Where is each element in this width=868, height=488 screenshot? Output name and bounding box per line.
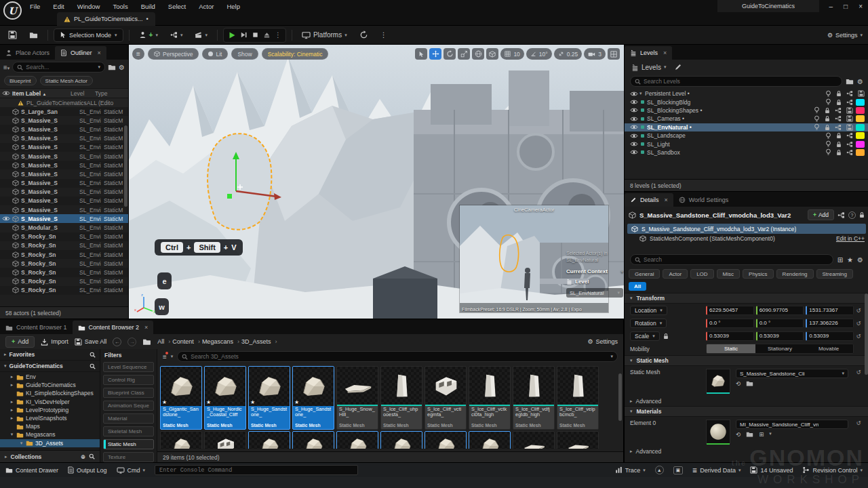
select-tool-icon[interactable] xyxy=(415,48,427,60)
column-level[interactable]: Level xyxy=(71,90,95,97)
level-color-chip[interactable] xyxy=(856,107,865,114)
filter-pill[interactable]: Static Mesh xyxy=(103,439,154,449)
category-chip[interactable]: Streaming xyxy=(816,269,853,279)
tab-levels[interactable]: Levels × xyxy=(625,46,672,60)
lighting-bulb-icon[interactable] xyxy=(814,106,820,114)
outliner-scrollbar[interactable] xyxy=(124,125,127,207)
lock-icon[interactable] xyxy=(836,141,842,148)
asset-tile[interactable] xyxy=(160,431,202,449)
folder-tree-item[interactable]: KI_SimpleBlockingShapes xyxy=(0,389,100,397)
outliner-actor-row[interactable]: S_Massive_S SL_Envi StaticM xyxy=(0,205,128,214)
level-row[interactable]: ▾ SL_Cameras • xyxy=(625,115,868,123)
minimize-button[interactable]: – xyxy=(829,3,833,10)
cinematics-dropdown[interactable]: ▾ xyxy=(191,28,212,42)
scale-dropdown[interactable]: Scale▾ xyxy=(630,331,660,341)
selection-mode-dropdown[interactable]: Selection Mode ▾ xyxy=(54,28,123,42)
outliner-actor-row[interactable]: S_Rocky_Sn SL_Envi StaticM xyxy=(0,268,128,277)
expand-caret-icon[interactable]: ▸ xyxy=(9,374,14,380)
blueprint-icon[interactable] xyxy=(846,99,853,106)
history-back-icon[interactable]: ← xyxy=(113,338,121,346)
play-options-kebab-icon[interactable]: ⋮ xyxy=(275,31,281,39)
outliner-actor-row[interactable]: S_Rocky_Sn SL_Envi StaticM xyxy=(0,259,128,268)
lighting-bulb-icon[interactable] xyxy=(814,115,820,123)
recompile-button[interactable] xyxy=(355,28,372,42)
blueprint-icon[interactable] xyxy=(846,149,853,156)
scale-lock-icon[interactable] xyxy=(663,333,669,340)
static-mesh-asset-dropdown[interactable]: S_Massive_Sandstone_Cli▾ xyxy=(736,369,848,378)
asset-tile[interactable]: ★ S_Ice_Cliff_vdfjegtdb_high Static Mesh xyxy=(513,366,555,430)
outliner-actor-row[interactable]: S_Massive_S SL_Envi StaticM xyxy=(0,125,128,134)
eye-icon[interactable] xyxy=(629,91,639,97)
reset-material-icon[interactable]: ↺ xyxy=(854,420,863,444)
location-x-field[interactable]: 6229.50457 xyxy=(706,306,754,315)
folder-tree-item[interactable]: ▸ LevelPrototyping xyxy=(0,406,100,414)
camera-speed-value[interactable]: 3 xyxy=(598,51,601,58)
outliner-actor-row[interactable]: S_Rocky_Sn SL_Envi StaticM xyxy=(0,250,128,259)
tab-details[interactable]: Details × xyxy=(625,193,673,207)
scale-z-field[interactable]: 0.53039 xyxy=(806,331,854,341)
asset-tile[interactable] xyxy=(425,431,467,449)
eye-icon[interactable] xyxy=(629,149,639,155)
levels-dropdown[interactable]: Levels ▾ xyxy=(630,62,667,73)
menu-item[interactable]: Build xyxy=(141,3,155,10)
context-level-dropdown[interactable]: SL_EnvNatural ▾ xyxy=(566,288,623,298)
close-button[interactable]: × xyxy=(859,3,863,10)
expand-caret-icon[interactable]: ▾ xyxy=(9,432,14,437)
outliner-actor-row[interactable]: S_Rocky_Sn SL_Envi StaticM xyxy=(0,286,128,295)
asset-search-input[interactable]: Search 3D_Assets ▾ xyxy=(177,351,618,362)
level-row[interactable]: ▾ SL_Light xyxy=(625,140,868,148)
current-context-header[interactable]: Current Context ▾ xyxy=(566,268,623,274)
output-log-button[interactable]: Output Log xyxy=(68,466,107,474)
scale-snap-toggle[interactable]: 0.25 xyxy=(554,48,583,60)
level-color-chip[interactable] xyxy=(856,115,865,122)
stop-button[interactable] xyxy=(252,31,259,39)
surface-snap-icon[interactable] xyxy=(486,48,498,60)
new-folder-icon[interactable] xyxy=(108,64,116,70)
lock-icon[interactable] xyxy=(825,115,830,122)
asset-tile[interactable]: ★ S_Huge_Sandstone_ Static Mesh xyxy=(292,366,334,430)
show-dropdown[interactable]: Show xyxy=(231,48,258,60)
asset-tile[interactable] xyxy=(248,431,290,449)
category-chip[interactable]: General xyxy=(629,269,660,279)
save-button[interactable] xyxy=(4,28,21,42)
asset-tile[interactable] xyxy=(513,431,555,449)
static-mesh-section-header[interactable]: ▾Static Mesh xyxy=(625,355,868,366)
lighting-bulb-icon[interactable] xyxy=(825,90,831,98)
unsaved-indicator[interactable]: 14 Unsaved xyxy=(750,466,793,474)
eye-icon[interactable] xyxy=(629,124,639,130)
tab-world-settings[interactable]: World Settings xyxy=(673,193,734,207)
save-level-icon[interactable] xyxy=(846,107,853,114)
expand-caret-icon[interactable]: ▾ xyxy=(639,91,645,96)
scale-tool-icon[interactable] xyxy=(458,48,470,60)
filter-pill[interactable]: Level Sequence xyxy=(103,362,154,372)
filter-chip[interactable]: Blueprint xyxy=(4,76,37,85)
expand-caret-icon[interactable]: ▸ xyxy=(9,399,14,405)
lock-icon[interactable] xyxy=(859,211,865,218)
use-selected-asset-icon[interactable]: ⟲ xyxy=(736,431,741,438)
content-drawer-button[interactable]: Content Drawer xyxy=(5,466,58,474)
use-selected-asset-icon[interactable]: ⟲ xyxy=(736,380,741,387)
outliner-search-input[interactable]: Search... ▾ xyxy=(12,62,105,73)
edit-level-pencil-icon[interactable] xyxy=(674,63,682,71)
save-level-icon[interactable] xyxy=(858,90,865,97)
history-forward-icon[interactable]: → xyxy=(127,338,136,346)
asset-tile[interactable]: ★ S_Gigantic_Sandstone_ Static Mesh xyxy=(160,366,202,430)
asset-tile[interactable] xyxy=(380,431,422,449)
rotation-x-field[interactable]: 0.0 ° xyxy=(706,319,754,328)
eye-icon[interactable] xyxy=(0,216,12,222)
outliner-actor-row[interactable]: S_Massive_S SL_Envi StaticM xyxy=(0,179,128,188)
column-type[interactable]: Type xyxy=(95,90,128,97)
asset-tile[interactable]: ★ S_Huge_Nordic_Coastal_Cliff Static Mes… xyxy=(204,366,246,430)
camera-speed-toggle[interactable]: 3 xyxy=(584,48,606,60)
tab-content-browser-1[interactable]: Content Browser 1 xyxy=(0,321,73,334)
level-row[interactable]: ▾ SL_BlockingShapes • xyxy=(625,106,868,115)
close-icon[interactable]: × xyxy=(98,49,101,56)
category-chip[interactable]: LOD xyxy=(690,269,713,279)
maximize-button[interactable]: □ xyxy=(844,3,848,10)
all-categories-chip[interactable]: All xyxy=(629,282,646,291)
tab-place-actors[interactable]: Place Actors xyxy=(0,46,55,60)
asset-grid-scrollbar[interactable] xyxy=(618,373,622,421)
category-chip[interactable]: Physics xyxy=(743,269,774,279)
blueprint-icon[interactable] xyxy=(835,124,842,131)
collections-bar[interactable]: ▸Collections ⊕ xyxy=(0,450,100,462)
